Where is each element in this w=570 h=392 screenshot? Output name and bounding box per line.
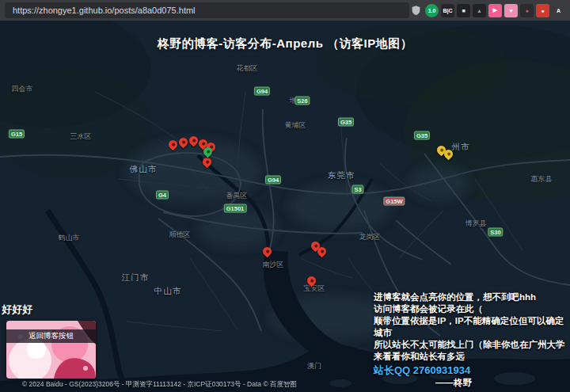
- road-badge: G15: [9, 130, 25, 139]
- road-badge: G94: [254, 87, 270, 96]
- map-attribution: © 2024 Baidu - GS(2023)3206号 - 甲测资字11113…: [22, 380, 297, 390]
- url-bar[interactable]: https://zhongye1.github.io/posts/a8a0d07…: [5, 2, 409, 18]
- map-label: 博罗县: [466, 219, 487, 229]
- map-label: 中山市: [154, 286, 182, 297]
- url-text: https://zhongye1.github.io/posts/a8a0d07…: [13, 6, 196, 15]
- bilibili-pink-2-icon[interactable]: ♥: [504, 4, 518, 17]
- map-label: 江门市: [122, 272, 150, 284]
- page-title: 柊野的博客-访客分布-Апрель （访客IP地图）: [0, 36, 570, 51]
- road-badge: G1501: [224, 204, 247, 213]
- visitor-info-text: 进博客就会点亮你的位置，想不到吧hhh访问博客都会被记录在此（顺带位置依据是IP…: [374, 291, 568, 389]
- map-label: 澳门: [307, 361, 321, 371]
- road-badge: G94: [265, 176, 281, 185]
- traffic-green-badge[interactable]: 1.0: [425, 4, 439, 17]
- extension-dark-3-icon[interactable]: ●: [520, 4, 534, 17]
- qq-contact: 站长QQ 2760931934: [374, 364, 568, 376]
- map-label: 鹤山市: [59, 233, 80, 243]
- info-line: 访问博客都会被记录在此（: [374, 303, 568, 315]
- location-red-icon[interactable]: ●: [536, 4, 549, 17]
- road-badge: G15W: [383, 197, 405, 206]
- road-badge: G35: [338, 118, 354, 127]
- info-line: 顺带位置依据是IP，IP不能精确定位但可以确定城市: [374, 315, 568, 339]
- map-label: 三水区: [70, 131, 92, 142]
- back-to-blog-button[interactable]: 返回博客按钮: [6, 321, 96, 379]
- map-canvas[interactable]: 柊野的博客-访客分布-Апрель （访客IP地图） 四会市花都区三水区增城区黄…: [0, 21, 570, 392]
- bilibili-pink-1-icon[interactable]: ▶: [488, 4, 502, 17]
- map-label: 四会市: [12, 84, 33, 94]
- map-label: 顺德区: [169, 230, 191, 240]
- browser-chrome: https://zhongye1.github.io/posts/a8a0d07…: [0, 0, 570, 21]
- map-label: 番禺区: [226, 191, 248, 201]
- road-badge: G4: [156, 191, 169, 200]
- screenshot-root: https://zhongye1.github.io/posts/a8a0d07…: [0, 0, 570, 392]
- map-label: 南沙区: [263, 260, 284, 270]
- road-badge: S26: [294, 97, 310, 105]
- road-badge: S30: [488, 228, 503, 237]
- side-comment-text: 好好好: [2, 303, 32, 317]
- profile-icon[interactable]: A: [552, 4, 565, 17]
- back-button-label: 返回博客按钮: [6, 329, 96, 343]
- map-label: 惠东县: [531, 174, 553, 185]
- signature: ——柊野: [374, 377, 568, 389]
- map-label: 州市: [452, 142, 470, 153]
- info-line: 所以站长不太可能找上门（除非你也在广州大学: [374, 339, 568, 351]
- extension-dark-2-icon[interactable]: ▲: [473, 4, 486, 17]
- map-label: 黄埔区: [285, 120, 306, 131]
- map-label: 宝安区: [304, 284, 325, 294]
- map-label: 花都区: [237, 63, 258, 74]
- map-label: 佛山市: [130, 164, 158, 175]
- info-line: 进博客就会点亮你的位置，想不到吧hhh: [374, 291, 568, 303]
- road-badge: G35: [414, 131, 430, 140]
- browser-extension-icons: 1.0B|C■▲▶♥●●A: [409, 4, 565, 17]
- info-line: 来看看你和站长有多远: [374, 351, 568, 363]
- shield-icon[interactable]: [409, 4, 423, 17]
- extension-dark-1-icon[interactable]: ■: [457, 4, 470, 17]
- road-badge: S3: [352, 185, 363, 194]
- map-label: 东莞市: [328, 170, 355, 181]
- bc-extension-icon[interactable]: B|C: [441, 4, 454, 17]
- map-label: 龙岗区: [359, 232, 381, 242]
